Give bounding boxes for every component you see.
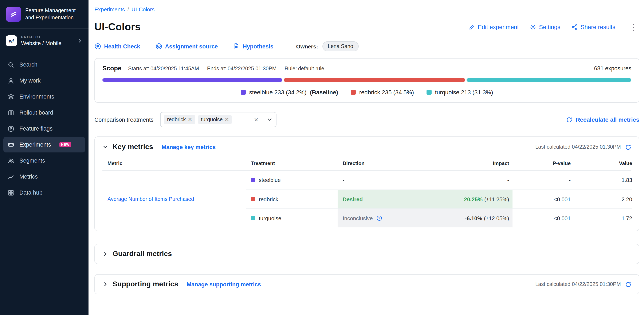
chart-icon (8, 173, 14, 180)
key-metrics-table: Metric Treatment Direction Impact P-valu… (102, 156, 631, 227)
brand-title: Feature Management and Experimentation (25, 7, 82, 21)
col-p-value: P-value (512, 160, 571, 166)
legend-item-redbrick: redbrick 235 (34.5%) (351, 89, 414, 96)
project-name: Website / Mobile (21, 40, 72, 46)
legend-item-steelblue: steelblue 233 (34.2%) (Baseline) (241, 89, 338, 96)
supporting-metrics-card: Supporting metrics Manage supporting met… (94, 274, 639, 294)
breadcrumb-experiments-link[interactable]: Experiments (94, 6, 125, 13)
legend-item-turquoise: turquoise 213 (31.3%) (426, 89, 493, 96)
treatment-legend: steelblue 233 (34.2%) (Baseline) redbric… (102, 89, 631, 96)
remove-chip-icon[interactable]: ✕ (225, 117, 229, 122)
turquoise-swatch (251, 216, 255, 220)
project-info: PROJECT Website / Mobile (21, 35, 72, 46)
chevron-down-icon[interactable] (263, 117, 273, 123)
health-check-link[interactable]: Health Check (94, 43, 140, 50)
sidebar-item-metrics[interactable]: Metrics (3, 169, 85, 184)
search-icon (8, 61, 14, 68)
metric-link[interactable]: Average Number of Items Purchased (108, 196, 194, 202)
page-title: UI-Colors (94, 21, 141, 33)
scope-ends: Ends at:04/22/2025 01:30PM (207, 66, 278, 72)
refresh-icon (566, 116, 572, 123)
treatments-multiselect[interactable]: redbrick ✕ turquoise ✕ ✕ (160, 112, 277, 127)
comparison-label: Comparison treatments (94, 116, 154, 123)
breadcrumb-current-link[interactable]: UI-Colors (132, 6, 155, 13)
key-metrics-last-calculated: Last calculated 04/22/2025 01:30PM (535, 144, 631, 150)
turquoise-swatch (426, 90, 432, 95)
more-options-button[interactable]: ⋮ (628, 23, 639, 31)
document-icon (233, 43, 240, 50)
help-circle-icon[interactable]: ? (376, 215, 382, 221)
main-content: Experiments / UI-Colors UI-Colors Edit e… (88, 0, 644, 315)
chevron-right-icon (77, 38, 82, 43)
supporting-metrics-last-calculated: Last calculated 04/22/2025 01:30PM (535, 281, 631, 288)
sidebar-item-segments[interactable]: Segments (3, 153, 85, 168)
sidebar-item-label: Environments (20, 93, 54, 100)
sidebar-item-label: Search (20, 61, 38, 68)
supporting-metrics-title: Supporting metrics (112, 280, 178, 289)
experiment-icon (8, 141, 14, 148)
treatment-cell: turquoise (246, 208, 338, 227)
sidebar-item-data-hub[interactable]: Data hub (3, 185, 85, 200)
table-header: Metric Treatment Direction Impact P-valu… (102, 156, 631, 171)
sidebar-item-environments[interactable]: Environments (3, 89, 85, 104)
edit-experiment-button[interactable]: Edit experiment (468, 23, 519, 30)
chip-redbrick[interactable]: redbrick ✕ (164, 115, 195, 124)
board-icon (8, 109, 14, 116)
sidebar-item-feature-flags[interactable]: Feature flags (3, 121, 85, 136)
manage-key-metrics-link[interactable]: Manage key metrics (162, 144, 216, 150)
sidebar-item-label: Metrics (20, 174, 38, 180)
redbrick-swatch (251, 197, 255, 201)
target-icon (155, 43, 162, 50)
hypothesis-link[interactable]: Hypothesis (233, 43, 274, 50)
app-window: Feature Management and Experimentation w… (0, 0, 644, 315)
sidebar-item-search[interactable]: Search (3, 57, 85, 72)
sidebar-item-label: Experiments (20, 141, 51, 148)
key-metrics-card: Key metrics Manage key metrics Last calc… (94, 136, 639, 231)
steelblue-swatch (241, 90, 246, 95)
refresh-icon[interactable] (625, 281, 631, 288)
direction-cell: - (338, 171, 444, 190)
new-badge: NEW (60, 142, 71, 147)
sidebar-item-my-work[interactable]: My work (3, 73, 85, 88)
comparison-row: Comparison treatments redbrick ✕ turquoi… (94, 112, 639, 127)
assignment-source-link[interactable]: Assignment source (155, 43, 218, 50)
chevron-down-icon[interactable] (102, 144, 108, 150)
sidebar-item-rollout-board[interactable]: Rollout board (3, 105, 85, 120)
sidebar-item-experiments[interactable]: Experiments NEW (3, 137, 85, 152)
col-treatment: Treatment (246, 160, 338, 166)
direction-badge: Inconclusive (343, 215, 373, 221)
direction-cell: Inconclusive ? (338, 208, 444, 227)
gear-icon (530, 24, 536, 30)
sidebar-item-label: My work (20, 77, 41, 84)
baseline-tag: (Baseline) (310, 89, 338, 96)
share-results-button[interactable]: Share results (571, 23, 615, 30)
value-cell: 1.72 (571, 208, 632, 227)
chevron-right-icon[interactable] (102, 251, 108, 257)
refresh-icon[interactable] (625, 144, 631, 150)
chip-turquoise[interactable]: turquoise ✕ (198, 115, 232, 124)
scope-rule: Rule:default rule (284, 66, 325, 72)
bar-segment-turquoise (466, 78, 631, 82)
sidebar-nav: Search My work Environments Rollout boar… (0, 53, 88, 201)
title-actions: Edit experiment Settings Share results ⋮ (468, 23, 639, 31)
recalculate-all-metrics-button[interactable]: Recalculate all metrics (566, 116, 639, 123)
clear-selection-icon[interactable]: ✕ (252, 116, 260, 123)
settings-button[interactable]: Settings (530, 23, 560, 30)
project-switcher[interactable]: w/ PROJECT Website / Mobile (0, 29, 88, 53)
key-metrics-title: Key metrics (112, 143, 153, 151)
impact-cell: -6.10% (±12.05%) (444, 208, 512, 227)
guardrail-metrics-title: Guardrail metrics (112, 250, 172, 258)
col-impact: Impact (444, 160, 512, 166)
people-icon (8, 157, 14, 164)
scope-title: Scope (102, 64, 122, 72)
chevron-right-icon[interactable] (102, 281, 108, 287)
metric-cell: Average Number of Items Purchased (102, 171, 246, 227)
breadcrumb: Experiments / UI-Colors (94, 6, 639, 13)
treatment-cell: redbrick (246, 190, 338, 208)
layers-icon (8, 93, 14, 100)
owner-pill[interactable]: Lena Sano (322, 41, 359, 51)
sidebar-item-label: Feature flags (20, 125, 53, 132)
remove-chip-icon[interactable]: ✕ (188, 117, 192, 122)
manage-supporting-metrics-link[interactable]: Manage supporting metrics (187, 281, 261, 288)
p-value-cell: - (512, 171, 571, 190)
